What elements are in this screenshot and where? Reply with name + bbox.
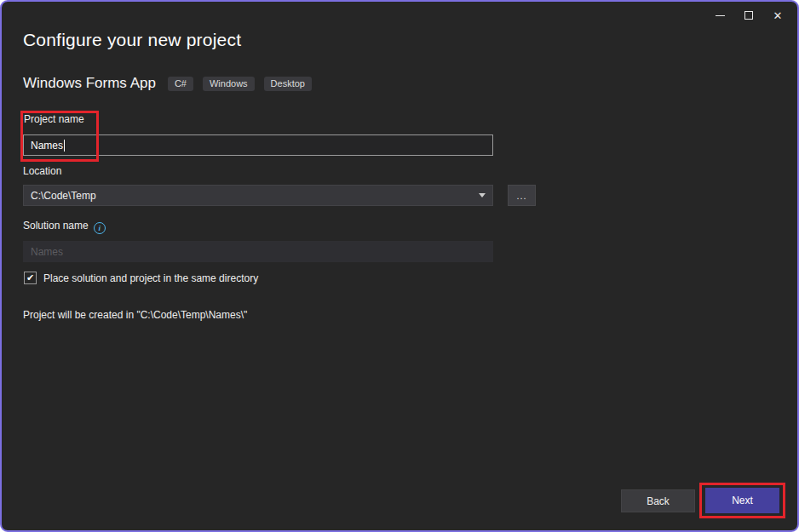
configure-project-dialog: ✕ Configure your new project Windows For… — [0, 0, 799, 532]
solution-name-input: Names — [23, 241, 493, 262]
maximize-icon — [744, 11, 753, 20]
tag-platform: Windows — [203, 77, 255, 91]
text-caret — [64, 140, 65, 152]
chevron-down-icon — [479, 193, 486, 197]
location-value: C:\Code\Temp — [31, 190, 96, 202]
location-dropdown[interactable]: C:\Code\Temp — [23, 185, 493, 206]
browse-button[interactable]: ... — [508, 185, 536, 206]
template-tags: C# Windows Desktop — [168, 77, 312, 91]
same-directory-row: ✔ Place solution and project in the same… — [24, 272, 258, 284]
close-icon: ✕ — [773, 10, 783, 21]
page-title: Configure your new project — [23, 30, 241, 50]
project-name-value: Names — [31, 140, 63, 152]
solution-name-placeholder: Names — [31, 246, 63, 258]
template-name: Windows Forms App — [23, 75, 156, 92]
window-controls: ✕ — [705, 5, 792, 26]
project-name-input[interactable]: Names — [23, 134, 493, 156]
info-icon[interactable]: i — [94, 222, 106, 234]
created-in-text: Project will be created in "C:\Code\Temp… — [23, 309, 247, 321]
ellipsis-icon: ... — [516, 191, 526, 201]
minimize-button[interactable] — [705, 5, 734, 26]
minimize-icon — [716, 15, 725, 16]
location-label: Location — [23, 165, 61, 177]
close-button[interactable]: ✕ — [763, 5, 792, 26]
check-icon: ✔ — [26, 272, 34, 283]
maximize-button[interactable] — [734, 5, 763, 26]
back-button[interactable]: Back — [621, 489, 695, 512]
same-directory-checkbox[interactable]: ✔ — [24, 272, 37, 284]
tag-language: C# — [168, 77, 193, 91]
tag-type: Desktop — [264, 77, 312, 91]
same-directory-label: Place solution and project in the same d… — [43, 272, 258, 284]
project-name-label: Project name — [24, 113, 84, 125]
template-row: Windows Forms App C# Windows Desktop — [23, 75, 312, 92]
solution-name-label-text: Solution name — [23, 220, 89, 232]
solution-name-label: Solution namei — [23, 220, 106, 234]
next-button[interactable]: Next — [705, 488, 779, 513]
